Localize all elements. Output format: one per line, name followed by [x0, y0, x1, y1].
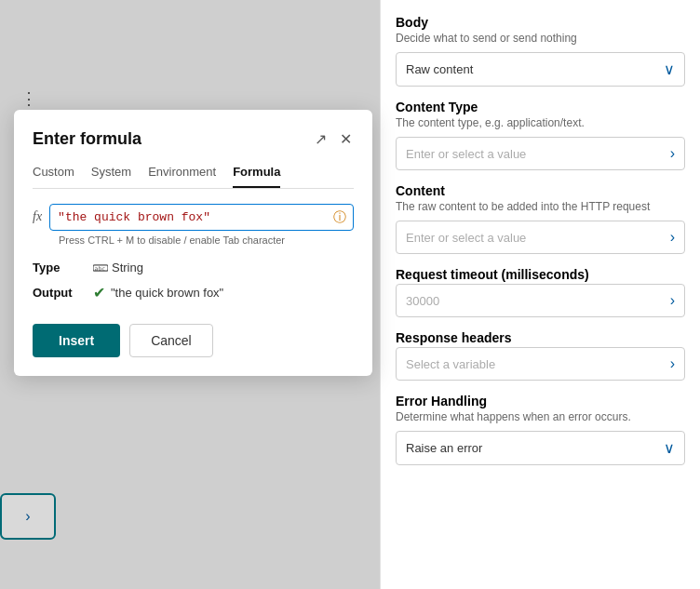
- type-label: Type: [33, 261, 84, 274]
- timeout-title: Request timeout (milliseconds): [396, 267, 685, 282]
- response-headers-title: Response headers: [396, 330, 685, 345]
- response-headers-section: Response headers Select a variable ›: [396, 330, 685, 381]
- error-handling-value: Raise an error: [406, 441, 482, 455]
- content-placeholder: Enter or select a value: [406, 231, 526, 245]
- body-section: Body Decide what to send or send nothing…: [396, 15, 685, 87]
- content-section: Content The raw content to be added into…: [396, 183, 685, 254]
- error-handling-title: Error Handling: [396, 394, 685, 408]
- modal-icon-group: ↗ ✕: [313, 128, 354, 150]
- response-headers-field[interactable]: Select a variable ›: [396, 347, 685, 381]
- modal-title: Enter formula: [33, 129, 141, 149]
- close-icon: ✕: [340, 131, 352, 147]
- timeout-field[interactable]: 30000 ›: [396, 284, 685, 317]
- type-value-text: String: [112, 261, 143, 274]
- response-chevron-right-icon: ›: [670, 355, 675, 372]
- error-handling-desc: Determine what happens when an error occ…: [396, 410, 685, 423]
- timeout-chevron-right-icon: ›: [670, 292, 675, 309]
- body-dropdown[interactable]: Raw content ∨: [396, 52, 685, 87]
- timeout-value: 30000: [406, 294, 439, 308]
- check-icon: ✔: [93, 284, 105, 301]
- right-panel: Body Decide what to send or send nothing…: [380, 0, 700, 589]
- formula-input-wrapper: ⓘ: [49, 204, 354, 231]
- close-button[interactable]: ✕: [338, 128, 354, 150]
- formula-input-area: fx ⓘ: [33, 204, 354, 231]
- output-value: ✔ "the quick brown fox": [93, 284, 223, 301]
- content-type-title: Content Type: [396, 100, 685, 114]
- expand-icon: ↗: [315, 131, 327, 147]
- content-type-field[interactable]: Enter or select a value ›: [396, 137, 685, 170]
- content-type-placeholder: Enter or select a value: [406, 147, 526, 161]
- enter-formula-modal: Enter formula ↗ ✕ Custom System Environm…: [14, 110, 372, 376]
- output-label: Output: [33, 286, 84, 300]
- error-handling-section: Error Handling Determine what happens wh…: [396, 394, 685, 465]
- string-type-icon: abc: [93, 262, 108, 274]
- svg-text:abc: abc: [95, 265, 106, 273]
- body-desc: Decide what to send or send nothing: [396, 32, 685, 45]
- content-type-section: Content Type The content type, e.g. appl…: [396, 100, 685, 170]
- cancel-button[interactable]: Cancel: [129, 324, 213, 357]
- body-dropdown-value: Raw content: [406, 62, 473, 76]
- body-title: Body: [396, 15, 685, 30]
- error-chevron-down-icon: ∨: [664, 439, 675, 457]
- fx-label: fx: [33, 204, 42, 224]
- response-headers-placeholder: Select a variable: [406, 357, 495, 371]
- formula-hint: Press CTRL + M to disable / enable Tab c…: [33, 234, 354, 246]
- timeout-section: Request timeout (milliseconds) 30000 ›: [396, 267, 685, 317]
- output-row: Output ✔ "the quick brown fox": [33, 284, 354, 301]
- content-field[interactable]: Enter or select a value ›: [396, 221, 685, 254]
- output-value-text: "the quick brown fox": [111, 286, 223, 300]
- modal-header: Enter formula ↗ ✕: [33, 128, 354, 150]
- type-row: Type abc String: [33, 261, 354, 274]
- chevron-down-icon: ∨: [664, 60, 675, 78]
- modal-footer: Insert Cancel: [33, 324, 354, 357]
- content-type-desc: The content type, e.g. application/text.: [396, 116, 685, 129]
- tab-system[interactable]: System: [91, 165, 131, 188]
- tab-environment[interactable]: Environment: [148, 165, 216, 188]
- insert-button[interactable]: Insert: [33, 324, 120, 357]
- chevron-right-icon: ›: [670, 145, 675, 162]
- content-desc: The raw content to be added into the HTT…: [396, 200, 685, 213]
- type-value: abc String: [93, 261, 143, 274]
- tab-formula[interactable]: Formula: [233, 165, 280, 188]
- formula-tabs: Custom System Environment Formula: [33, 165, 354, 189]
- info-icon: ⓘ: [333, 209, 346, 226]
- error-handling-dropdown[interactable]: Raise an error ∨: [396, 431, 685, 465]
- formula-input[interactable]: [49, 204, 354, 231]
- tab-custom[interactable]: Custom: [33, 165, 74, 188]
- content-title: Content: [396, 183, 685, 198]
- expand-button[interactable]: ↗: [313, 128, 329, 150]
- content-chevron-right-icon: ›: [670, 229, 675, 246]
